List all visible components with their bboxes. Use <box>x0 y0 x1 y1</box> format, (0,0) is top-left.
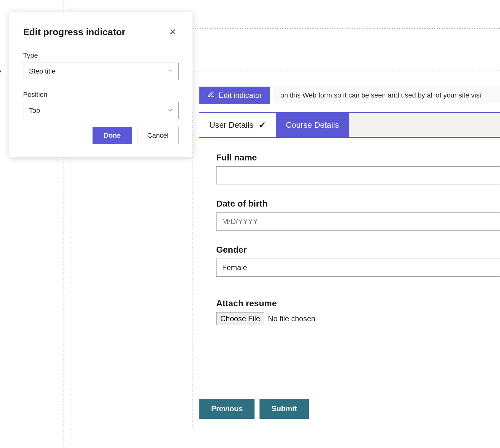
step-label: Course Details <box>286 120 339 130</box>
chevron-down-icon <box>167 107 173 115</box>
edit-indicator-label: Edit indicator <box>219 91 262 100</box>
dob-label: Date of birth <box>216 199 500 209</box>
previous-button[interactable]: Previous <box>199 399 255 419</box>
pencil-icon <box>207 91 214 100</box>
edit-progress-indicator-dialog: Edit progress indicator ✕ Type Step titl… <box>9 12 193 157</box>
position-field-label: Position <box>23 91 179 99</box>
type-field-label: Type <box>23 51 179 60</box>
position-value: Top <box>29 107 40 115</box>
step-tabs: User Details ✔ Course Details <box>199 112 500 138</box>
gender-label: Gender <box>216 245 500 255</box>
form-body: Full name Date of birth Gender Female At… <box>199 138 500 429</box>
done-button[interactable]: Done <box>93 127 132 144</box>
choose-file-button[interactable]: Choose File <box>216 312 264 325</box>
truncated-left-text: e <box>0 67 1 76</box>
step-label: User Details <box>209 120 254 130</box>
file-status-text: No file chosen <box>268 314 315 323</box>
attach-resume-label: Attach resume <box>216 298 500 308</box>
edit-indicator-button[interactable]: Edit indicator <box>199 87 270 104</box>
close-button[interactable]: ✕ <box>167 26 179 38</box>
dialog-title: Edit progress indicator <box>23 27 125 37</box>
fullname-label: Full name <box>216 153 500 163</box>
check-icon: ✔ <box>259 120 266 130</box>
chevron-down-icon <box>167 67 173 75</box>
position-select[interactable]: Top <box>23 102 179 119</box>
cancel-button[interactable]: Cancel <box>137 127 179 144</box>
fullname-input[interactable] <box>216 166 500 184</box>
step-user-details[interactable]: User Details ✔ <box>199 113 276 137</box>
gender-value: Female <box>222 263 247 272</box>
submit-button[interactable]: Submit <box>260 399 308 419</box>
type-select[interactable]: Step title <box>23 63 179 80</box>
layout-guide-horizontal-2 <box>140 70 500 70</box>
step-course-details[interactable]: Course Details <box>276 113 349 137</box>
type-value: Step title <box>29 67 56 75</box>
publish-hint-text: on this Web form so it can be seen and u… <box>280 91 481 99</box>
publish-hint-bar: on this Web form so it can be seen and u… <box>274 87 500 103</box>
close-icon: ✕ <box>169 27 176 37</box>
form-nav-buttons: Previous Submit <box>199 399 309 419</box>
gender-select[interactable]: Female <box>216 259 500 277</box>
dob-input[interactable] <box>216 212 500 231</box>
form-region-left-dash <box>193 112 193 429</box>
layout-guide-horizontal <box>140 28 500 29</box>
